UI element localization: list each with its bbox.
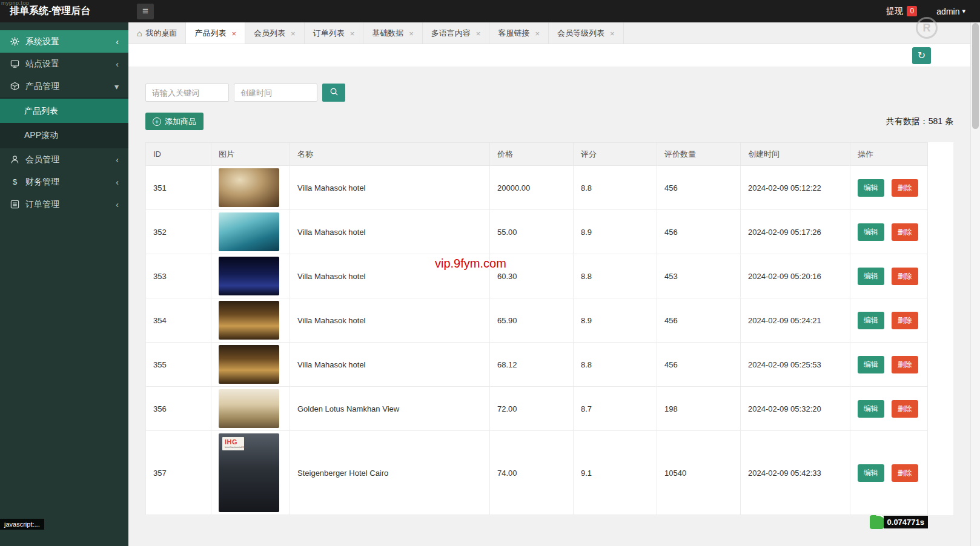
sidebar-item-system-settings[interactable]: 系统设置 ‹	[0, 30, 128, 53]
delete-button[interactable]: 删除	[892, 179, 918, 197]
sidebar-item-finance-management[interactable]: $ 财务管理 ‹	[0, 171, 128, 193]
tab[interactable]: ⌂ 客服链接 ×	[489, 22, 549, 44]
cell-name: Steigenberger Hotel Cairo	[290, 431, 490, 515]
main-content: ↻ + 添加商品 共有数据：581 条 ID 图片 名	[128, 44, 970, 546]
cell-name: Golden Lotus Namkhan View	[290, 387, 490, 431]
cell-image	[211, 387, 290, 431]
timer-value: 0.074771s	[884, 516, 928, 528]
tab-label: 基础数据	[372, 28, 403, 39]
withdraw-button[interactable]: 提现	[886, 6, 903, 17]
cell-actions: 编辑 删除	[850, 210, 928, 254]
close-icon[interactable]: ×	[231, 29, 236, 38]
sidebar-item-label: 财务管理	[25, 177, 59, 188]
close-icon[interactable]: ×	[291, 29, 296, 38]
delete-button[interactable]: 删除	[892, 400, 918, 418]
sidebar-item-order-management[interactable]: 订单管理 ‹	[0, 193, 128, 215]
scrollbar-thumb[interactable]	[972, 23, 979, 129]
add-product-label: 添加商品	[165, 116, 196, 127]
edit-button[interactable]: 编辑	[858, 179, 884, 197]
table-header-row: ID 图片 名称 价格 评分 评价数量 创建时间 操作	[146, 143, 928, 166]
tab[interactable]: ⌂ 会员列表 ×	[245, 22, 305, 44]
tab-bar: ⌂ 我的桌面 × ⌂ 产品列表 × ⌂ 会员列表 × ⌂ 订单列表 × ⌂ 基础…	[128, 22, 970, 44]
close-icon[interactable]: ×	[350, 29, 355, 38]
vertical-scrollbar[interactable]	[970, 22, 980, 546]
hotel-logo-subtext: InterContinental Hotel	[225, 446, 242, 449]
cell-score: 8.9	[574, 210, 657, 254]
sidebar-item-label: 系统设置	[25, 36, 59, 47]
home-icon: ⌂	[137, 28, 142, 38]
cell-review-count: 198	[657, 387, 741, 431]
refresh-icon: ↻	[918, 50, 925, 61]
sidebar-item-product-management[interactable]: 产品管理 ▾	[0, 75, 128, 97]
edit-button[interactable]: 编辑	[858, 356, 884, 373]
header: 排单系统-管理后台 ≡ 提现 0 admin ▾	[0, 0, 980, 22]
cell-image	[211, 298, 290, 343]
chevron-left-icon: ‹	[116, 59, 119, 69]
close-icon[interactable]: ×	[535, 29, 540, 38]
cell-actions: 编辑 删除	[850, 298, 928, 343]
search-button[interactable]	[322, 84, 345, 102]
cell-image	[211, 343, 290, 387]
product-thumbnail[interactable]	[219, 168, 279, 207]
product-thumbnail[interactable]: IHG InterContinental Hotel	[219, 433, 279, 512]
close-icon[interactable]: ×	[409, 29, 414, 38]
delete-button[interactable]: 删除	[892, 223, 918, 241]
column-header-name: 名称	[290, 143, 490, 166]
product-thumbnail[interactable]	[219, 345, 279, 384]
cell-actions: 编辑 删除	[850, 431, 928, 515]
gear-icon	[10, 37, 20, 46]
cell-price: 20000.00	[490, 166, 574, 210]
product-thumbnail[interactable]	[219, 301, 279, 340]
tab[interactable]: ⌂ 我的桌面 ×	[128, 22, 186, 44]
close-icon[interactable]: ×	[476, 29, 481, 38]
table-row: 353 Villa Mahasok hotel 60.30 8.8	[146, 254, 928, 298]
delete-button[interactable]: 删除	[892, 356, 918, 373]
keyword-input[interactable]	[145, 84, 229, 102]
product-thumbnail[interactable]	[219, 257, 279, 295]
tab-label: 会员列表	[254, 28, 285, 39]
edit-button[interactable]: 编辑	[858, 400, 884, 418]
tab-label: 会员等级列表	[557, 28, 604, 39]
product-thumbnail[interactable]	[219, 212, 279, 251]
app-title: 排单系统-管理后台	[0, 5, 128, 18]
cell-created: 2024-02-09 05:12:22	[741, 166, 850, 210]
tab[interactable]: ⌂ 产品列表 ×	[186, 22, 245, 44]
registered-logo-icon: R	[916, 17, 938, 39]
tab[interactable]: ⌂ 基础数据 ×	[363, 22, 423, 44]
delete-button[interactable]: 删除	[892, 268, 918, 285]
refresh-button[interactable]: ↻	[912, 47, 931, 64]
add-product-button[interactable]: + 添加商品	[145, 113, 204, 130]
close-icon[interactable]: ×	[610, 29, 615, 38]
edit-button[interactable]: 编辑	[858, 464, 884, 482]
edit-button[interactable]: 编辑	[858, 312, 884, 329]
sidebar-item-member-management[interactable]: 会员管理 ‹	[0, 148, 128, 171]
sidebar-item-app-scroll[interactable]: APP滚动	[0, 123, 128, 147]
user-menu[interactable]: admin ▾	[936, 7, 965, 16]
sidebar-item-product-list[interactable]: 产品列表	[0, 99, 128, 123]
sidebar-item-site-settings[interactable]: 站点设置 ‹	[0, 53, 128, 75]
cell-created: 2024-02-09 05:20:16	[741, 254, 850, 298]
sidebar: 系统设置 ‹ 站点设置 ‹ 产品管理 ▾ 产品列表 APP滚动 会员管理 ‹ $…	[0, 22, 128, 546]
action-row: + 添加商品 共有数据：581 条	[145, 113, 953, 130]
edit-button[interactable]: 编辑	[858, 223, 884, 241]
column-header-review-count: 评价数量	[657, 143, 741, 166]
column-header-created: 创建时间	[741, 143, 850, 166]
tab[interactable]: ⌂ 会员等级列表 ×	[549, 22, 624, 44]
create-time-input[interactable]	[234, 84, 317, 102]
site-watermark: vip.9fym.com	[435, 257, 506, 271]
cell-score: 8.7	[574, 387, 657, 431]
tab[interactable]: ⌂ 多语言内容 ×	[423, 22, 490, 44]
corner-watermark: mypnp.top	[1, 0, 30, 6]
speed-icon	[870, 515, 884, 529]
menu-toggle-button[interactable]: ≡	[137, 4, 154, 19]
tab[interactable]: ⌂ 订单列表 ×	[305, 22, 364, 44]
column-header-actions: 操作	[850, 143, 928, 166]
caret-down-icon: ▾	[962, 7, 965, 15]
sidebar-item-label: 产品管理	[25, 81, 59, 92]
cell-image: IHG InterContinental Hotel	[211, 431, 290, 515]
product-table: ID 图片 名称 价格 评分 评价数量 创建时间 操作 351	[145, 142, 928, 515]
delete-button[interactable]: 删除	[892, 312, 918, 329]
product-thumbnail[interactable]	[219, 389, 279, 428]
delete-button[interactable]: 删除	[892, 464, 918, 482]
edit-button[interactable]: 编辑	[858, 268, 884, 285]
